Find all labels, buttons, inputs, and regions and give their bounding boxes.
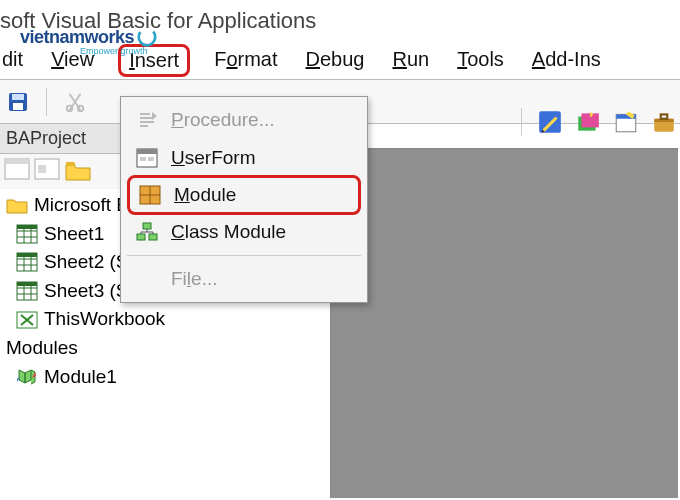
svg-rect-12 xyxy=(661,114,668,118)
menu-item-label: Module xyxy=(174,184,236,206)
svg-rect-30 xyxy=(149,234,157,240)
cut-icon[interactable] xyxy=(61,88,89,116)
svg-rect-19 xyxy=(17,253,37,257)
tree-label: Module1 xyxy=(44,364,117,391)
svg-rect-8 xyxy=(582,113,599,127)
logo-ring-icon xyxy=(136,26,158,48)
procedure-icon xyxy=(135,109,159,131)
svg-point-4 xyxy=(67,105,73,111)
userform-icon xyxy=(135,147,159,169)
menu-item-file: File... xyxy=(121,260,367,298)
worksheet-icon xyxy=(16,252,38,272)
tree-label: ThisWorkbook xyxy=(44,306,165,333)
menu-item-module[interactable]: Module xyxy=(127,175,361,215)
save-icon[interactable] xyxy=(4,88,32,116)
tree-modules-folder[interactable]: Modules xyxy=(6,334,330,363)
svg-rect-3 xyxy=(13,103,23,110)
tree-label: Modules xyxy=(6,335,78,362)
menu-item-label: File... xyxy=(171,268,217,290)
tree-module1[interactable]: Module1 xyxy=(6,363,330,392)
svg-rect-26 xyxy=(148,157,154,161)
vietnamworks-logo: vietnamworks Empower growth xyxy=(20,26,158,56)
folder-open-icon xyxy=(6,195,28,215)
project-header-text: BAProject xyxy=(6,128,86,148)
menu-debug[interactable]: Debug xyxy=(306,48,365,73)
toolbar-separator xyxy=(46,88,47,116)
project-explorer-icon[interactable] xyxy=(574,108,602,136)
module-icon xyxy=(138,184,162,206)
class-module-icon xyxy=(135,221,159,243)
menu-item-label: Procedure... xyxy=(171,109,275,131)
menu-format[interactable]: Format xyxy=(214,48,277,73)
toolbar-separator xyxy=(521,108,522,136)
properties-window-icon[interactable] xyxy=(612,108,640,136)
module-item-icon xyxy=(16,367,38,387)
svg-rect-29 xyxy=(137,234,145,240)
logo-tagline: Empower growth xyxy=(80,46,158,56)
svg-point-5 xyxy=(78,105,84,111)
svg-rect-21 xyxy=(17,282,37,286)
svg-rect-15 xyxy=(38,165,46,173)
toolbox-icon[interactable] xyxy=(650,108,678,136)
tree-label: Sheet1 xyxy=(44,221,104,248)
menu-tools[interactable]: Tools xyxy=(457,48,504,73)
view-object-icon[interactable] xyxy=(34,158,60,185)
svg-rect-24 xyxy=(137,149,157,154)
svg-rect-28 xyxy=(143,223,151,229)
menu-item-userform[interactable]: UserForm xyxy=(121,139,367,177)
menu-item-label: Class Module xyxy=(171,221,286,243)
mdi-client-area xyxy=(330,148,678,498)
svg-rect-25 xyxy=(140,157,146,161)
insert-menu-dropdown: Procedure... UserForm Module Class Modul… xyxy=(120,96,368,303)
logo-brand: vietnamworks xyxy=(20,27,134,48)
svg-rect-2 xyxy=(12,94,24,100)
view-code-icon[interactable] xyxy=(4,158,30,185)
right-toolbar xyxy=(517,108,678,136)
svg-point-0 xyxy=(136,26,158,48)
worksheet-icon xyxy=(16,224,38,244)
menu-item-label: UserForm xyxy=(171,147,255,169)
menu-addins[interactable]: Add-Ins xyxy=(532,48,601,73)
toggle-folders-icon[interactable] xyxy=(64,158,92,182)
design-mode-icon[interactable] xyxy=(536,108,564,136)
worksheet-icon xyxy=(16,281,38,301)
menu-run[interactable]: Run xyxy=(392,48,429,73)
tree-thisworkbook[interactable]: ThisWorkbook xyxy=(6,305,330,334)
blank-icon xyxy=(135,268,159,290)
svg-rect-17 xyxy=(17,225,37,229)
menu-separator xyxy=(127,255,361,256)
menu-item-classmodule[interactable]: Class Module xyxy=(121,213,367,251)
workbook-icon xyxy=(16,310,38,330)
menu-item-procedure: Procedure... xyxy=(121,101,367,139)
